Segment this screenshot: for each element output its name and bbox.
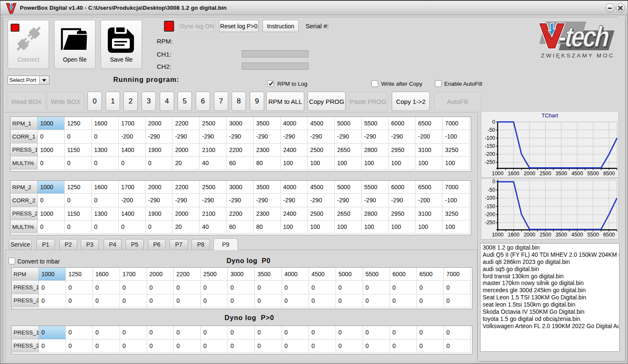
svg-text:-50: -50 xyxy=(488,127,495,133)
svg-text:5500: 5500 xyxy=(587,232,599,238)
svg-text:1600: 1600 xyxy=(508,171,519,177)
svg-text:2000: 2000 xyxy=(524,171,535,177)
svg-text:-100: -100 xyxy=(485,195,495,201)
svg-text:1600: 1600 xyxy=(508,232,520,238)
svg-text:-100: -100 xyxy=(485,135,495,141)
svg-text:-150: -150 xyxy=(485,143,495,149)
svg-text:-200: -200 xyxy=(485,212,495,217)
svg-text:5500: 5500 xyxy=(587,171,599,177)
svg-text:4500: 4500 xyxy=(571,232,583,238)
svg-text:2500: 2500 xyxy=(540,232,552,238)
svg-text:2000: 2000 xyxy=(524,232,535,238)
svg-text:0: 0 xyxy=(492,179,495,185)
svg-text:-tech: -tech xyxy=(557,21,610,52)
svg-text:TChart: TChart xyxy=(541,112,558,119)
svg-text:-200: -200 xyxy=(485,151,495,157)
svg-text:-250: -250 xyxy=(485,220,495,225)
svg-text:3500: 3500 xyxy=(555,171,567,177)
svg-text:-250: -250 xyxy=(485,159,495,165)
svg-text:-50: -50 xyxy=(488,187,495,193)
svg-text:0: 0 xyxy=(492,119,495,125)
svg-text:3500: 3500 xyxy=(555,232,567,238)
svg-text:4500: 4500 xyxy=(571,171,583,177)
svg-text:6500: 6500 xyxy=(603,232,615,238)
svg-text:1000: 1000 xyxy=(492,171,504,177)
svg-text:2500: 2500 xyxy=(540,171,552,177)
svg-text:1000: 1000 xyxy=(492,232,504,238)
svg-text:6500: 6500 xyxy=(603,171,615,177)
svg-text:-150: -150 xyxy=(485,204,495,209)
